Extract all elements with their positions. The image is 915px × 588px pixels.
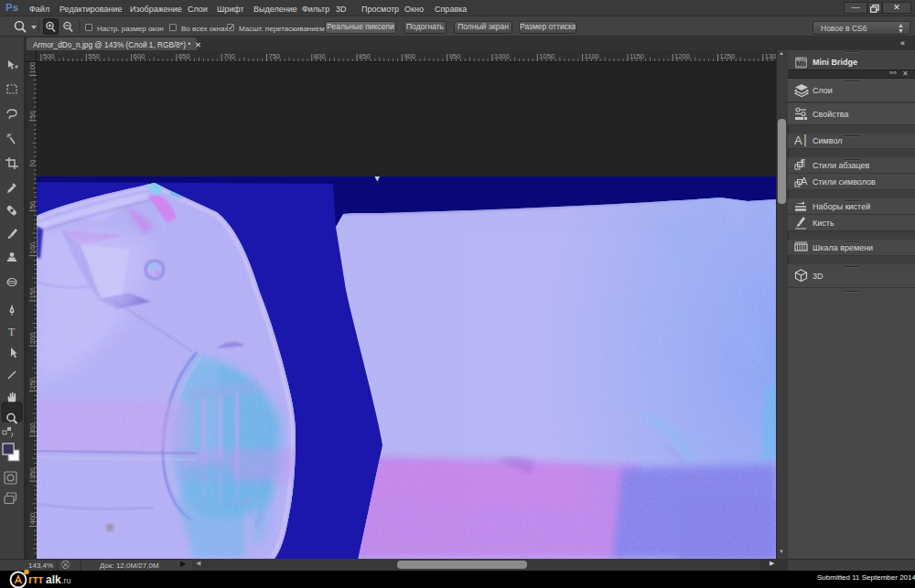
svg-text:700: 700 <box>223 52 235 60</box>
svg-text:50: 50 <box>28 111 37 118</box>
svg-text:550: 550 <box>88 52 100 60</box>
svg-text:350: 350 <box>28 468 37 480</box>
svg-text:650: 650 <box>178 52 190 60</box>
svg-text:250: 250 <box>28 378 37 390</box>
svg-text:300: 300 <box>28 422 37 434</box>
svg-text:A: A <box>801 176 808 187</box>
svg-text:400: 400 <box>28 513 37 525</box>
svg-text:alk: alk <box>46 573 61 586</box>
svg-text:100: 100 <box>28 242 37 254</box>
svg-text:A: A <box>794 134 802 147</box>
svg-text:50: 50 <box>28 201 37 208</box>
svg-text:Mb: Mb <box>796 59 806 68</box>
svg-text:.ru: .ru <box>61 576 71 585</box>
svg-text:200: 200 <box>28 333 37 345</box>
svg-text:800: 800 <box>314 52 326 60</box>
svg-text:850: 850 <box>359 52 371 60</box>
svg-text:¶: ¶ <box>801 158 805 168</box>
svg-text:750: 750 <box>269 52 281 60</box>
svg-text:950: 950 <box>449 52 461 60</box>
svg-text:900: 900 <box>404 52 415 60</box>
svg-text:1300: 1300 <box>765 52 776 60</box>
svg-text:500: 500 <box>43 52 55 60</box>
svg-text:100: 100 <box>28 62 37 73</box>
svg-text:150: 150 <box>28 287 37 299</box>
svg-text:rтт: rтт <box>28 573 44 586</box>
svg-text:600: 600 <box>134 52 145 60</box>
svg-text:T: T <box>8 326 16 338</box>
svg-text:0: 0 <box>28 160 37 164</box>
